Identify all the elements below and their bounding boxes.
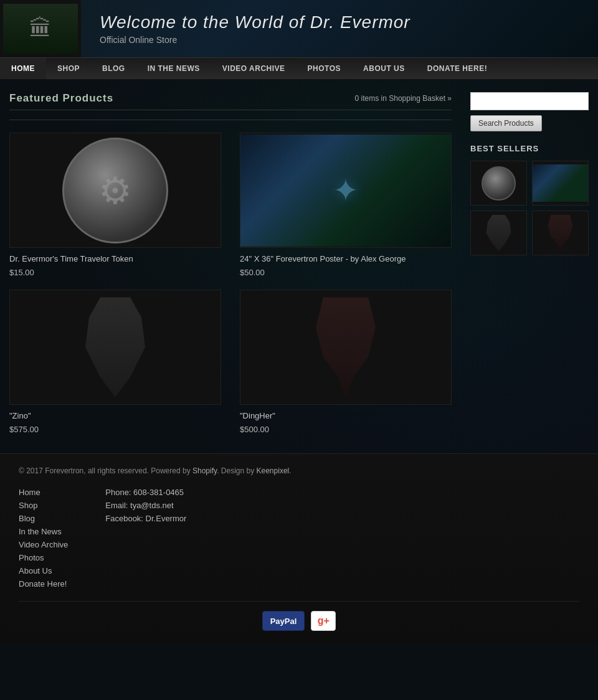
- logo[interactable]: [0, 0, 81, 57]
- nav-item-video[interactable]: VIDEO ARCHIVE: [211, 58, 297, 79]
- header-text: Welcome to the World of Dr. Evermor Offi…: [81, 12, 598, 45]
- footer-nav: Home Shop Blog In the News Video Archive…: [19, 488, 68, 589]
- search-button[interactable]: Search Products: [470, 115, 542, 131]
- footer-links: Home Shop Blog In the News Video Archive…: [19, 488, 579, 589]
- footer-link-photos[interactable]: Photos: [19, 553, 68, 562]
- nav-item-blog[interactable]: BLOG: [91, 58, 136, 79]
- product-price-dingher: $500.00: [240, 425, 452, 434]
- product-price-token: $15.00: [9, 268, 221, 277]
- footer-contact: Phone: 608-381-0465 Email: tya@tds.net F…: [105, 488, 186, 589]
- footer-link-blog[interactable]: Blog: [19, 514, 68, 523]
- bs-item-zino[interactable]: [470, 210, 527, 255]
- footer-payment: PayPal g+: [19, 601, 579, 631]
- product-image-poster: [240, 133, 452, 248]
- footer-facebook-link[interactable]: Dr.Evermor: [146, 514, 187, 523]
- product-card-token[interactable]: Dr. Evermor's Time Travelor Token $15.00: [9, 133, 221, 277]
- token-image: [62, 138, 168, 244]
- site-subtitle: Official Online Store: [100, 35, 598, 45]
- product-name-poster: 24" X 36" Forevertron Poster - by Alex G…: [240, 254, 452, 265]
- sidebar: Search Products BEST SELLERS: [461, 92, 598, 441]
- section-header: Featured Products 0 items in Shopping Ba…: [9, 92, 452, 110]
- bs-img-token: [471, 161, 526, 205]
- product-name-zino: "Zino": [9, 411, 221, 422]
- product-name-token: Dr. Evermor's Time Travelor Token: [9, 254, 221, 265]
- bs-poster-img: [533, 164, 588, 202]
- footer-facebook: Facebook: Dr.Evermor: [105, 514, 186, 523]
- footer-link-donate[interactable]: Donate Here!: [19, 579, 68, 589]
- nav-item-donate[interactable]: DONATE HERE!: [416, 58, 498, 79]
- basket-link[interactable]: 0 items in Shopping Basket »: [355, 94, 452, 103]
- footer-phone: Phone: 608-381-0465: [105, 488, 186, 497]
- bs-item-token[interactable]: [470, 161, 527, 206]
- product-card-dingher[interactable]: "DingHer" $500.00: [240, 290, 452, 434]
- best-sellers-grid: [470, 161, 589, 255]
- divider: [9, 120, 452, 120]
- product-image-dingher: [240, 290, 452, 405]
- nav-item-home[interactable]: HOME: [0, 58, 46, 79]
- bs-item-poster[interactable]: [532, 161, 589, 206]
- site-title: Welcome to the World of Dr. Evermor: [100, 12, 598, 32]
- dingher-image: [308, 297, 383, 397]
- gplus-button[interactable]: g+: [311, 611, 336, 631]
- zino-image: [78, 297, 153, 397]
- footer-copyright: © 2017 Forevertron, all rights reserved.…: [19, 466, 579, 475]
- product-card-zino[interactable]: "Zino" $575.00: [9, 290, 221, 434]
- logo-image: [3, 4, 78, 54]
- bs-item-dingher[interactable]: [532, 210, 589, 255]
- product-price-poster: $50.00: [240, 268, 452, 277]
- footer-link-shop[interactable]: Shop: [19, 501, 68, 510]
- footer-link-news[interactable]: In the News: [19, 527, 68, 536]
- footer-designer-link[interactable]: Keenpixel: [257, 466, 290, 475]
- product-image-zino: [9, 290, 221, 405]
- search-box: Search Products: [470, 92, 589, 131]
- product-name-dingher: "DingHer": [240, 411, 452, 422]
- nav-item-about[interactable]: ABOUT US: [352, 58, 416, 79]
- bs-sculpt1-img: [483, 215, 515, 251]
- paypal-button[interactable]: PayPal: [262, 611, 305, 631]
- footer-email: Email: tya@tds.net: [105, 501, 186, 510]
- product-image-token: [9, 133, 221, 248]
- footer-link-video[interactable]: Video Archive: [19, 540, 68, 549]
- product-card-poster[interactable]: 24" X 36" Forevertron Poster - by Alex G…: [240, 133, 452, 277]
- footer-email-link[interactable]: tya@tds.net: [130, 501, 174, 510]
- bs-img-poster: [533, 161, 588, 205]
- best-sellers-title: BEST SELLERS: [470, 144, 589, 153]
- site-header: Welcome to the World of Dr. Evermor Offi…: [0, 0, 598, 57]
- bs-img-zino: [471, 211, 526, 255]
- footer-shopify-link[interactable]: Shopify: [192, 466, 217, 475]
- poster-image: [240, 135, 451, 247]
- featured-products-title: Featured Products: [9, 92, 113, 105]
- nav-item-shop[interactable]: SHOP: [46, 58, 91, 79]
- main-content: Featured Products 0 items in Shopping Ba…: [0, 80, 598, 453]
- best-sellers-section: BEST SELLERS: [470, 144, 589, 255]
- footer-link-about[interactable]: About Us: [19, 566, 68, 575]
- main-nav: HOME SHOP BLOG IN THE NEWS VIDEO ARCHIVE…: [0, 57, 598, 80]
- content-area: Featured Products 0 items in Shopping Ba…: [0, 92, 461, 441]
- nav-item-photos[interactable]: PHOTOS: [297, 58, 352, 79]
- bs-token-img: [482, 166, 516, 201]
- footer: © 2017 Forevertron, all rights reserved.…: [0, 453, 598, 643]
- bs-img-dingher: [533, 211, 588, 255]
- search-input[interactable]: [470, 92, 589, 110]
- bs-sculpt2-img: [545, 215, 576, 251]
- nav-item-news[interactable]: IN THE NEWS: [136, 58, 211, 79]
- product-price-zino: $575.00: [9, 425, 221, 434]
- products-grid: Dr. Evermor's Time Travelor Token $15.00…: [9, 133, 452, 434]
- footer-link-home[interactable]: Home: [19, 488, 68, 497]
